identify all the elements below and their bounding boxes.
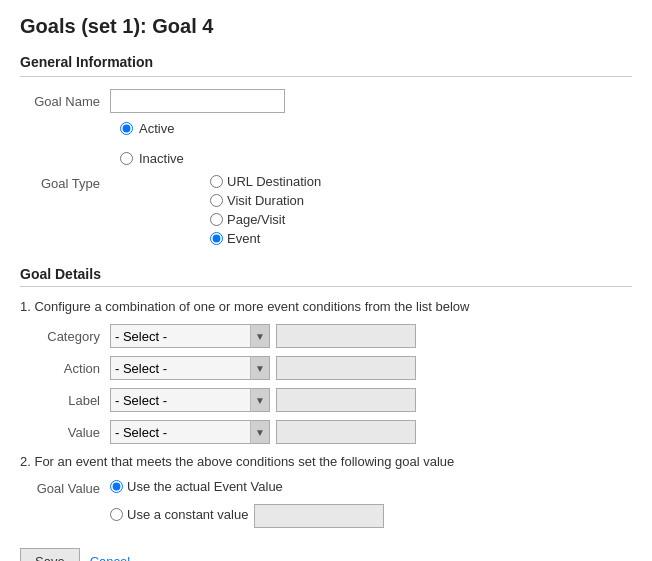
goal-name-row: Goal Name	[20, 89, 632, 113]
use-constant-value-row: Use a constant value	[110, 504, 384, 528]
general-information-heading: General Information	[20, 54, 632, 70]
use-event-value-label: Use the actual Event Value	[127, 479, 283, 494]
page-title: Goals (set 1): Goal 4	[20, 15, 632, 38]
action-select-wrapper: - Select - ▼	[110, 356, 270, 380]
active-radio[interactable]	[120, 122, 133, 135]
use-constant-radio[interactable]	[110, 508, 123, 521]
buttons-row: Save Cancel	[20, 548, 632, 561]
goal-value-label: Goal Value	[20, 479, 110, 496]
event-option[interactable]: Event	[210, 231, 321, 246]
step1-text: 1. Configure a combination of one or mor…	[20, 299, 632, 314]
general-information-section: General Information Goal Name Active Ina…	[20, 54, 632, 250]
action-select[interactable]: - Select -	[110, 356, 270, 380]
use-event-value-option[interactable]: Use the actual Event Value	[110, 479, 384, 494]
visit-duration-label: Visit Duration	[227, 193, 304, 208]
visit-duration-option[interactable]: Visit Duration	[210, 193, 321, 208]
action-row: Action - Select - ▼	[20, 356, 632, 380]
url-destination-radio[interactable]	[210, 175, 223, 188]
category-select-wrapper: - Select - ▼	[110, 324, 270, 348]
page-visit-label: Page/Visit	[227, 212, 285, 227]
page-visit-option[interactable]: Page/Visit	[210, 212, 321, 227]
goal-value-options: Use the actual Event Value Use a constan…	[110, 479, 384, 528]
category-text-input[interactable]	[276, 324, 416, 348]
constant-value-input[interactable]	[254, 504, 384, 528]
category-select[interactable]: - Select -	[110, 324, 270, 348]
value-field-label: Value	[20, 425, 110, 440]
value-text-input[interactable]	[276, 420, 416, 444]
page-visit-radio[interactable]	[210, 213, 223, 226]
goal-name-input[interactable]	[110, 89, 285, 113]
url-destination-label: URL Destination	[227, 174, 321, 189]
goal-details-section: Goal Details 1. Configure a combination …	[20, 266, 632, 528]
goal-type-row: Goal Type URL Destination Visit Duration…	[20, 174, 632, 250]
cancel-button[interactable]: Cancel	[90, 554, 130, 561]
label-field-label: Label	[20, 393, 110, 408]
goal-details-divider	[20, 286, 632, 287]
label-select-wrapper: - Select - ▼	[110, 388, 270, 412]
use-constant-option[interactable]: Use a constant value	[110, 507, 248, 522]
goal-value-row: Goal Value Use the actual Event Value Us…	[20, 479, 632, 528]
action-text-input[interactable]	[276, 356, 416, 380]
status-radio-row: Active Inactive	[120, 121, 632, 166]
event-label: Event	[227, 231, 260, 246]
section-divider	[20, 76, 632, 77]
use-event-value-radio[interactable]	[110, 480, 123, 493]
value-row: Value - Select - ▼	[20, 420, 632, 444]
value-select-wrapper: - Select - ▼	[110, 420, 270, 444]
goal-value-section: Goal Value Use the actual Event Value Us…	[20, 479, 632, 528]
label-text-input[interactable]	[276, 388, 416, 412]
goal-type-label: Goal Type	[20, 174, 110, 191]
active-option[interactable]: Active	[120, 121, 632, 136]
category-row: Category - Select - ▼	[20, 324, 632, 348]
goal-name-label: Goal Name	[20, 94, 110, 109]
step2-text: 2. For an event that meets the above con…	[20, 454, 632, 469]
save-button[interactable]: Save	[20, 548, 80, 561]
label-row: Label - Select - ▼	[20, 388, 632, 412]
goal-type-options: URL Destination Visit Duration Page/Visi…	[210, 174, 321, 250]
inactive-label: Inactive	[139, 151, 184, 166]
event-radio[interactable]	[210, 232, 223, 245]
inactive-radio[interactable]	[120, 152, 133, 165]
goal-details-heading: Goal Details	[20, 266, 632, 282]
category-label: Category	[20, 329, 110, 344]
url-destination-option[interactable]: URL Destination	[210, 174, 321, 189]
visit-duration-radio[interactable]	[210, 194, 223, 207]
action-label: Action	[20, 361, 110, 376]
inactive-option[interactable]: Inactive	[120, 151, 632, 166]
active-label: Active	[139, 121, 174, 136]
label-select[interactable]: - Select -	[110, 388, 270, 412]
value-select[interactable]: - Select -	[110, 420, 270, 444]
use-constant-label: Use a constant value	[127, 507, 248, 522]
